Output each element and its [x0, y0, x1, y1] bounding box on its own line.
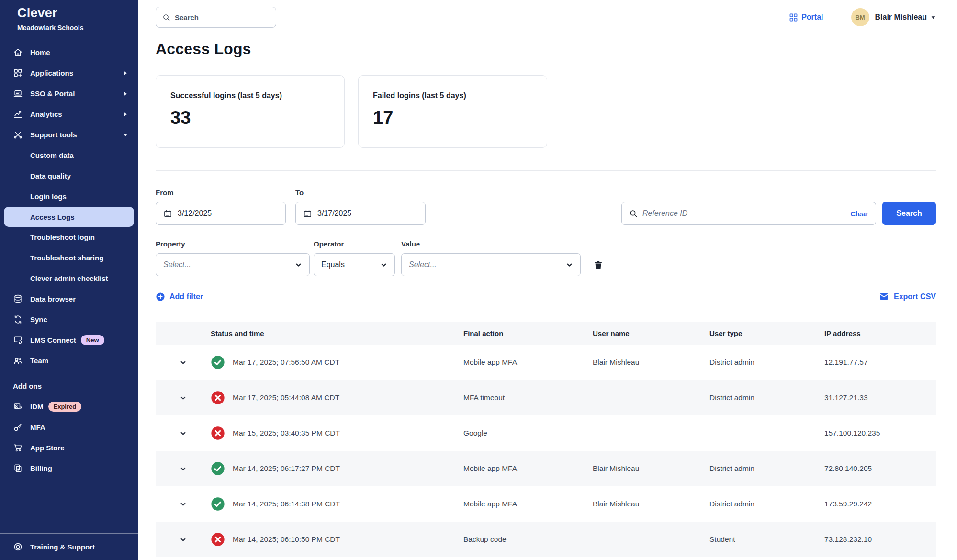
- global-search[interactable]: [156, 7, 276, 28]
- sidebar-item-label: Access Logs: [30, 213, 75, 221]
- success-check-icon: [211, 355, 225, 370]
- from-label: From: [156, 189, 286, 197]
- sidebar-item-clever-admin-checklist[interactable]: Clever admin checklist: [0, 268, 138, 289]
- envelope-icon: [879, 291, 889, 302]
- apps-icon: [13, 68, 23, 78]
- sidebar-item-troubleshoot-sharing[interactable]: Troubleshoot sharing: [0, 247, 138, 268]
- sidebar-item-lms-connect[interactable]: LMS ConnectNew: [0, 330, 138, 350]
- stat-value: 33: [170, 108, 330, 128]
- to-date-input[interactable]: 3/17/2025: [295, 202, 426, 225]
- row-expand-chevron-icon[interactable]: [156, 501, 211, 508]
- sidebar-item-data-browser[interactable]: Data browser: [0, 289, 138, 309]
- tools-icon: [13, 130, 23, 140]
- failure-x-icon: [211, 391, 225, 405]
- sidebar-item-billing[interactable]: Billing: [0, 458, 138, 479]
- sidebar-item-applications[interactable]: Applications: [0, 63, 138, 83]
- sidebar-item-mfa[interactable]: MFA: [0, 417, 138, 437]
- portal-link[interactable]: Portal: [789, 13, 823, 22]
- from-date-input[interactable]: 3/12/2025: [156, 202, 286, 225]
- section-divider: [156, 170, 936, 171]
- clever-logo: Clever: [17, 6, 138, 21]
- property-label: Property: [156, 240, 310, 248]
- add-filter-button[interactable]: Add filter: [156, 292, 203, 302]
- row-expand-chevron-icon[interactable]: [156, 359, 211, 366]
- value-label: Value: [401, 240, 581, 248]
- operator-value: Equals: [321, 260, 345, 269]
- topbar: Portal BM Blair Mishleau: [156, 7, 936, 28]
- row-expand-chevron-icon[interactable]: [156, 430, 211, 437]
- row-expand-chevron-icon[interactable]: [156, 465, 211, 472]
- stat-card-failed-logins: Failed logins (last 5 days) 17: [358, 75, 547, 148]
- column-header: IP address: [824, 329, 936, 337]
- timestamp: Mar 17, 2025; 05:44:08 AM CDT: [233, 393, 339, 402]
- user-name-cell: Blair Mishleau: [593, 358, 709, 367]
- stat-value: 17: [373, 108, 532, 128]
- property-placeholder: Select...: [163, 260, 191, 269]
- sidebar-item-custom-data[interactable]: Custom data: [0, 145, 138, 166]
- sidebar-section-add-ons: Add ons: [0, 376, 138, 396]
- sidebar-item-login-logs[interactable]: Login logs: [0, 186, 138, 207]
- user-menu[interactable]: Blair Mishleau: [875, 13, 936, 22]
- sidebar-item-label: Analytics: [30, 110, 62, 118]
- sidebar-item-support-tools[interactable]: Support tools: [0, 124, 138, 145]
- topbar-right: Portal BM Blair Mishleau: [789, 8, 936, 26]
- sidebar-item-label: Add ons: [13, 382, 42, 390]
- brand: Clever Meadowlark Schools: [0, 0, 138, 32]
- to-label: To: [295, 189, 426, 197]
- sidebar-item-home[interactable]: Home: [0, 42, 138, 63]
- status-and-time-cell: Mar 14, 2025; 06:14:38 PM CDT: [211, 497, 463, 511]
- sidebar-item-app-store[interactable]: App Store: [0, 437, 138, 458]
- status-and-time-cell: Mar 15, 2025; 03:40:35 PM CDT: [211, 426, 463, 440]
- failure-x-icon: [211, 532, 225, 547]
- search-button[interactable]: Search: [882, 202, 936, 225]
- final-action-cell: Google: [463, 429, 593, 437]
- sidebar-item-analytics[interactable]: Analytics: [0, 104, 138, 124]
- clear-button[interactable]: Clear: [850, 210, 868, 218]
- ip-address-cell: 31.127.21.33: [824, 393, 936, 402]
- chevron-down-icon: [295, 261, 302, 269]
- sidebar-item-label: Troubleshoot login: [30, 233, 95, 241]
- export-csv-button[interactable]: Export CSV: [879, 291, 936, 302]
- sidebar-item-training-support[interactable]: Training & Support: [0, 533, 138, 560]
- from-date-group: From 3/12/2025: [156, 189, 286, 225]
- sidebar-item-sso-portal[interactable]: SSO & Portal: [0, 83, 138, 104]
- portal-label: Portal: [801, 13, 823, 22]
- property-filter-row: Property Select... Operator Equals Value…: [156, 240, 936, 276]
- stat-card-successful-logins: Successful logins (last 5 days) 33: [156, 75, 345, 148]
- chevron-down-icon: [380, 261, 387, 269]
- reference-id-input[interactable]: [642, 209, 844, 218]
- sidebar-item-label: Custom data: [30, 151, 74, 159]
- sidebar-item-idm[interactable]: IDMExpired: [0, 396, 138, 417]
- sidebar-item-label: Support tools: [30, 131, 77, 139]
- row-expand-chevron-icon[interactable]: [156, 536, 211, 543]
- stat-label: Failed logins (last 5 days): [373, 91, 532, 100]
- success-check-icon: [211, 497, 225, 511]
- sidebar-item-sync[interactable]: Sync: [0, 309, 138, 330]
- chevron-down-icon: [123, 132, 128, 138]
- row-expand-chevron-icon[interactable]: [156, 394, 211, 402]
- property-select[interactable]: Select...: [156, 253, 310, 276]
- cart-icon: [13, 443, 23, 453]
- caret-down-icon: [931, 15, 936, 20]
- value-select[interactable]: Select...: [401, 253, 581, 276]
- user-type-cell: District admin: [709, 464, 824, 473]
- user-type-cell: Student: [709, 535, 824, 544]
- column-header: User name: [593, 329, 709, 337]
- actions-row: Add filter Export CSV: [156, 291, 936, 302]
- operator-select[interactable]: Equals: [314, 253, 395, 276]
- global-search-input[interactable]: [175, 13, 270, 22]
- final-action-cell: Mobile app MFA: [463, 358, 593, 367]
- status-and-time-cell: Mar 14, 2025; 06:17:27 PM CDT: [211, 461, 463, 476]
- grid-icon: [789, 13, 798, 22]
- sidebar-item-team[interactable]: Team: [0, 350, 138, 371]
- sidebar-item-access-logs[interactable]: Access Logs: [4, 207, 134, 227]
- avatar[interactable]: BM: [851, 8, 869, 26]
- chevron-right-icon: [123, 112, 128, 117]
- reference-id-field[interactable]: Clear: [621, 202, 876, 225]
- user-name-cell: Blair Mishleau: [593, 464, 709, 473]
- sidebar-item-label: SSO & Portal: [30, 90, 75, 98]
- sidebar-item-data-quality[interactable]: Data quality: [0, 166, 138, 186]
- sidebar-item-troubleshoot-login[interactable]: Troubleshoot login: [0, 227, 138, 247]
- trash-icon[interactable]: [593, 260, 603, 270]
- database-icon: [13, 294, 23, 304]
